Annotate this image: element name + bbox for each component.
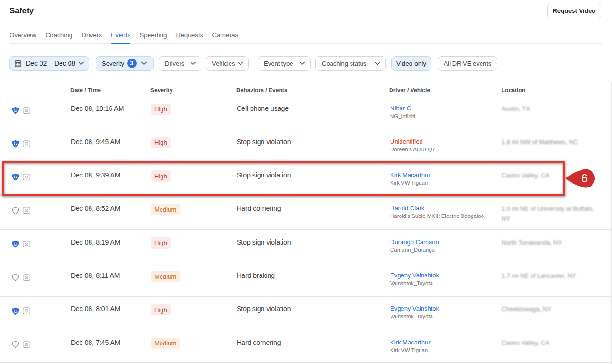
- svg-text:6: 6: [582, 172, 588, 185]
